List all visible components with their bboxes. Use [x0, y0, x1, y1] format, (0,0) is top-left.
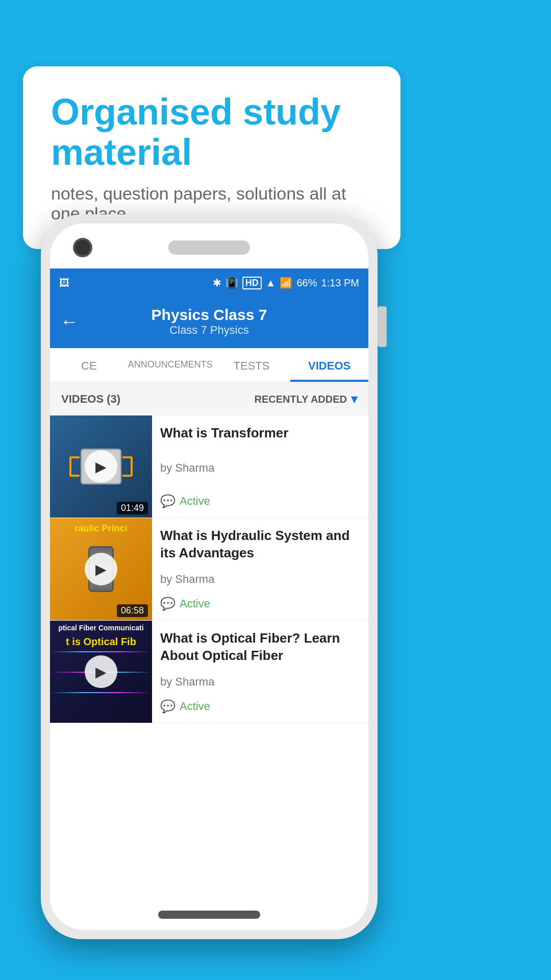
filter-bar: VIDEOS (3) RECENTLY ADDED ▾	[50, 383, 368, 415]
tabs-bar: CE ANNOUNCEMENTS TESTS VIDEOS	[50, 348, 368, 383]
phone-top-bar	[50, 238, 368, 257]
video-count: VIDEOS (3)	[61, 393, 120, 406]
signal-icon: 📶	[280, 277, 292, 289]
hd-badge: HD	[242, 277, 262, 289]
video-thumbnail-2: raulic Princi ▶ 06:58	[50, 518, 152, 620]
status-label-2: Active	[180, 597, 210, 610]
vibrate-icon: 📳	[226, 277, 238, 289]
camera	[73, 238, 92, 257]
video-status-1: 💬 Active	[160, 494, 360, 508]
app-screen: 🖼 ✱ 📳 HD ▲ 📶 66% 1:13 PM ←	[50, 268, 368, 903]
thumb-label-hydraulic: raulic Princi	[50, 523, 152, 534]
back-button[interactable]: ←	[60, 311, 79, 332]
status-bar: 🖼 ✱ 📳 HD ▲ 📶 66% 1:13 PM	[50, 268, 368, 297]
time-display: 1:13 PM	[321, 277, 359, 289]
tab-announcements[interactable]: ANNOUNCEMENTS	[128, 348, 213, 382]
tab-tests[interactable]: TESTS	[213, 348, 291, 382]
image-icon: 🖼	[59, 277, 69, 289]
speaker	[168, 240, 250, 255]
video-duration-2: 06:58	[117, 604, 148, 617]
bubble-title: Organised study material	[51, 92, 372, 173]
video-info-2: What is Hydraulic System and its Advanta…	[152, 518, 368, 620]
video-title-2: What is Hydraulic System and its Advanta…	[160, 527, 360, 562]
video-info-1: What is Transformer by Sharma 💬 Active	[152, 415, 368, 518]
video-list: ▶ 01:49 What is Transformer by Sharma 💬 …	[50, 415, 368, 723]
phone-outer: 🖼 ✱ 📳 HD ▲ 📶 66% 1:13 PM ←	[41, 214, 378, 939]
wifi-icon: ▲	[266, 277, 276, 289]
video-item-2[interactable]: raulic Princi ▶ 06:58 What is Hydraulic …	[50, 518, 368, 621]
battery-level: 66%	[296, 277, 317, 289]
chat-icon-3: 💬	[160, 699, 176, 714]
header-breadcrumb: Class 7 Physics	[88, 324, 331, 337]
video-thumbnail-1: ▶ 01:49	[50, 415, 152, 518]
video-author-3: by Sharma	[160, 675, 360, 689]
video-title-1: What is Transformer	[160, 425, 360, 442]
status-label-3: Active	[180, 700, 210, 713]
bluetooth-icon: ✱	[213, 277, 221, 289]
video-item-3[interactable]: ptical Fiber Communicati t is Optical Fi…	[50, 621, 368, 723]
fiber-label-2: t is Optical Fib	[50, 636, 152, 648]
chat-icon-2: 💬	[160, 597, 176, 611]
phone-wrapper: 🖼 ✱ 📳 HD ▲ 📶 66% 1:13 PM ←	[41, 214, 378, 939]
status-right: ✱ 📳 HD ▲ 📶 66% 1:13 PM	[213, 277, 359, 289]
video-status-2: 💬 Active	[160, 597, 360, 611]
phone-side-button	[378, 306, 387, 347]
play-button-1[interactable]: ▶	[85, 450, 117, 483]
header-text: Physics Class 7 Class 7 Physics	[88, 306, 331, 337]
tab-ce[interactable]: CE	[50, 348, 128, 382]
home-indicator	[158, 911, 260, 919]
status-label-1: Active	[180, 495, 210, 508]
video-info-3: What is Optical Fiber? Learn About Optic…	[152, 621, 368, 723]
tab-videos[interactable]: VIDEOS	[290, 348, 368, 382]
video-author-2: by Sharma	[160, 573, 360, 586]
sort-button[interactable]: RECENTLY ADDED ▾	[254, 392, 357, 406]
play-button-2[interactable]: ▶	[85, 553, 117, 585]
play-button-3[interactable]: ▶	[85, 655, 117, 688]
header-title: Physics Class 7	[88, 306, 331, 324]
chevron-down-icon: ▾	[351, 392, 357, 406]
video-thumbnail-3: ptical Fiber Communicati t is Optical Fi…	[50, 621, 152, 723]
fiber-label-1: ptical Fiber Communicati	[50, 624, 152, 632]
chat-icon-1: 💬	[160, 494, 176, 508]
video-status-3: 💬 Active	[160, 699, 360, 714]
app-header: ← Physics Class 7 Class 7 Physics	[50, 297, 368, 348]
video-author-1: by Sharma	[160, 461, 360, 475]
thumb-fiber: ptical Fiber Communicati t is Optical Fi…	[50, 621, 152, 723]
phone-screen: 🖼 ✱ 📳 HD ▲ 📶 66% 1:13 PM ←	[50, 224, 368, 930]
video-title-3: What is Optical Fiber? Learn About Optic…	[160, 630, 360, 665]
video-duration-1: 01:49	[117, 502, 148, 514]
status-left: 🖼	[59, 277, 69, 289]
sort-label: RECENTLY ADDED	[254, 394, 347, 405]
video-item[interactable]: ▶ 01:49 What is Transformer by Sharma 💬 …	[50, 415, 368, 518]
